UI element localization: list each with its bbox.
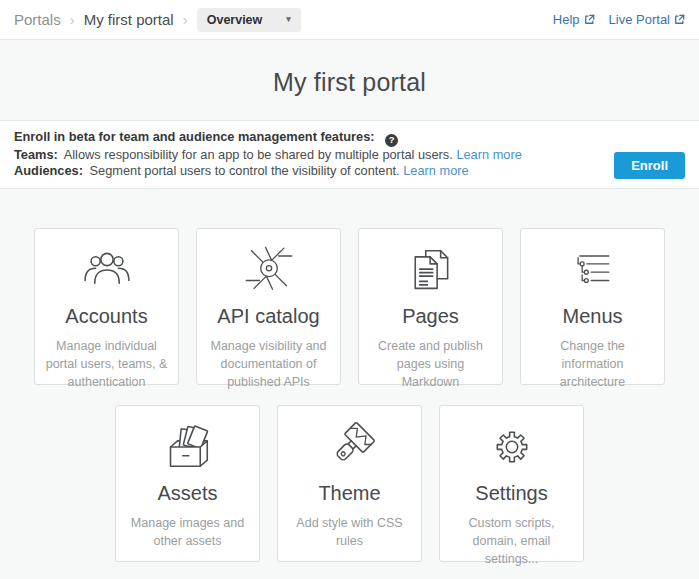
chevron-down-icon: ▾ <box>286 15 291 24</box>
card-pages[interactable]: Pages Create and publish pages using Mar… <box>358 228 503 385</box>
teams-learn-more-link[interactable]: Learn more <box>456 147 521 162</box>
turbine-icon <box>197 242 340 298</box>
card-assets[interactable]: Assets Manage images and other assets <box>115 405 260 562</box>
paintbrush-icon <box>278 419 421 475</box>
beta-banner: Enroll in beta for team and audience man… <box>0 120 699 189</box>
card-title: Settings <box>440 482 583 505</box>
card-title: Pages <box>359 305 502 328</box>
view-selector-label: Overview <box>207 13 263 27</box>
card-api-catalog[interactable]: API catalog Manage visibility and docume… <box>196 228 341 385</box>
card-description: Manage images and other assets <box>116 514 259 550</box>
top-bar: Portals › My first portal › Overview ▾ H… <box>0 0 699 40</box>
card-description: Create and publish pages using Markdown <box>359 337 502 391</box>
card-description: Manage visibility and documentation of p… <box>197 337 340 391</box>
external-link-icon <box>584 14 595 25</box>
live-portal-link-label: Live Portal <box>609 12 670 27</box>
audiences-learn-more-link[interactable]: Learn more <box>403 163 468 178</box>
beta-banner-text: Enroll in beta for team and audience man… <box>14 129 522 179</box>
card-title: Theme <box>278 482 421 505</box>
teams-term: Teams: <box>14 147 58 162</box>
card-title: Assets <box>116 482 259 505</box>
breadcrumb-portals-link[interactable]: Portals <box>14 11 61 28</box>
audiences-text: Segment portal users to control the visi… <box>90 163 400 178</box>
documents-icon <box>359 242 502 298</box>
card-menus[interactable]: Menus Change the information architectur… <box>520 228 665 385</box>
beta-banner-heading-row: Enroll in beta for team and audience man… <box>14 129 522 147</box>
external-link-icon <box>674 14 685 25</box>
hierarchy-list-icon <box>521 242 664 298</box>
card-description: Change the information architecture <box>521 337 664 391</box>
card-title: Menus <box>521 305 664 328</box>
help-tooltip-icon[interactable]: ? <box>385 134 398 147</box>
card-description: Custom scripts, domain, email settings..… <box>440 514 583 568</box>
cards-grid: Accounts Manage individual portal users,… <box>0 228 699 562</box>
help-link-label: Help <box>553 12 580 27</box>
chevron-right-icon: › <box>183 12 188 27</box>
card-settings[interactable]: Settings Custom scripts, domain, email s… <box>439 405 584 562</box>
card-accounts[interactable]: Accounts Manage individual portal users,… <box>34 228 179 385</box>
archive-box-icon <box>116 419 259 475</box>
live-portal-link[interactable]: Live Portal <box>609 12 685 27</box>
chevron-right-icon: › <box>70 12 75 27</box>
page-title: My first portal <box>0 40 699 98</box>
beta-banner-teams-row: Teams: Allows responsibility for an app … <box>14 147 522 163</box>
enroll-button[interactable]: Enroll <box>614 152 685 179</box>
top-links: Help Live Portal <box>553 12 685 27</box>
card-description: Add style with CSS rules <box>278 514 421 550</box>
teams-text: Allows responsibility for an app to be s… <box>64 147 453 162</box>
cards-row-1: Accounts Manage individual portal users,… <box>0 228 699 385</box>
cards-row-2: Assets Manage images and other assets Th… <box>0 405 699 562</box>
breadcrumb: Portals › My first portal › Overview ▾ <box>14 8 301 32</box>
breadcrumb-portal-name-link[interactable]: My first portal <box>84 11 174 28</box>
beta-banner-audiences-row: Audiences: Segment portal users to contr… <box>14 163 522 179</box>
help-link[interactable]: Help <box>553 12 595 27</box>
beta-banner-heading: Enroll in beta for team and audience man… <box>14 129 375 144</box>
people-icon <box>35 242 178 298</box>
card-title: API catalog <box>197 305 340 328</box>
audiences-term: Audiences: <box>14 163 83 178</box>
view-selector-dropdown[interactable]: Overview ▾ <box>197 8 301 32</box>
card-theme[interactable]: Theme Add style with CSS rules <box>277 405 422 562</box>
gear-icon <box>440 419 583 475</box>
card-description: Manage individual portal users, teams, &… <box>35 337 178 391</box>
card-title: Accounts <box>35 305 178 328</box>
